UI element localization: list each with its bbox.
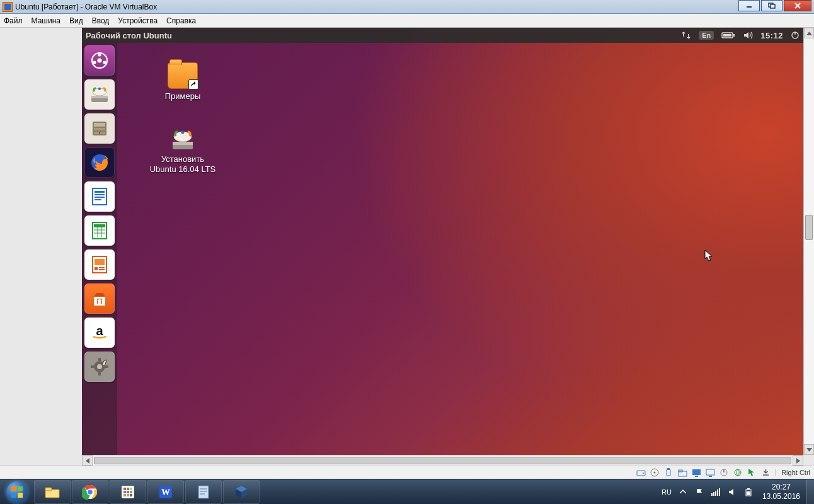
desktop-icon-examples[interactable]: Примеры [145, 62, 221, 101]
folder-icon [168, 62, 198, 89]
svg-rect-37 [95, 267, 98, 270]
launcher-impress[interactable] [84, 249, 115, 280]
menu-input[interactable]: Ввод [92, 16, 110, 25]
svg-point-53 [643, 472, 644, 474]
tray-power-icon[interactable] [743, 487, 754, 497]
vm-horizontal-scrollbar[interactable] [82, 455, 803, 466]
status-mouse-icon[interactable] [747, 467, 757, 478]
svg-rect-84 [198, 486, 209, 498]
svg-rect-90 [715, 491, 716, 496]
svg-rect-79 [123, 494, 126, 496]
start-button[interactable] [0, 479, 34, 505]
svg-rect-63 [709, 476, 712, 477]
svg-rect-44 [98, 358, 101, 361]
svg-rect-36 [95, 259, 105, 265]
status-keyboard-icon[interactable] [760, 467, 771, 478]
clock-indicator[interactable]: 15:12 [760, 31, 783, 40]
tray-sound-icon[interactable] [727, 487, 737, 497]
tray-date: 13.05.2016 [762, 492, 800, 501]
tray-network-icon[interactable] [711, 487, 721, 497]
host-key-label[interactable]: Right Ctrl [776, 469, 810, 476]
svg-point-66 [735, 469, 741, 476]
scrollbar-right-arrow[interactable] [793, 455, 803, 466]
taskbar-chrome[interactable] [72, 480, 108, 504]
menu-machine[interactable]: Машина [32, 16, 60, 25]
scrollbar-down-arrow[interactable] [804, 444, 814, 455]
svg-rect-95 [747, 491, 750, 495]
taskbar-app-grid[interactable] [110, 480, 146, 504]
launcher-files[interactable] [84, 113, 115, 144]
status-display-icon[interactable] [691, 467, 701, 478]
status-display2-icon[interactable] [705, 467, 715, 478]
desktop-icon-install-ubuntu[interactable]: Установить Ubuntu 16.04 LTS [145, 125, 221, 174]
battery-icon[interactable] [721, 32, 735, 39]
scrollbar-thumb[interactable] [805, 215, 813, 240]
status-vrde-icon[interactable] [719, 467, 729, 478]
svg-point-51 [181, 131, 185, 134]
status-hdd-icon[interactable] [636, 467, 646, 478]
svg-rect-46 [91, 365, 94, 368]
svg-rect-65 [723, 469, 725, 472]
status-cd-icon[interactable] [650, 467, 660, 478]
launcher-amazon[interactable]: a [84, 318, 115, 348]
status-network-icon[interactable] [733, 467, 743, 478]
session-icon[interactable] [791, 31, 800, 40]
taskbar-notepad[interactable] [185, 480, 222, 504]
taskbar-word[interactable]: W [147, 480, 184, 504]
tray-flag-icon[interactable] [694, 487, 704, 497]
virtualbox-icon [3, 2, 13, 12]
svg-rect-80 [127, 494, 129, 496]
unity-launcher: a [82, 43, 117, 455]
tray-time: 20:27 [762, 483, 800, 491]
launcher-calc[interactable] [84, 215, 115, 246]
launcher-settings[interactable] [84, 352, 115, 382]
menu-devices[interactable]: Устройства [118, 16, 158, 25]
menu-file[interactable]: Файл [4, 16, 23, 25]
vm-vertical-scrollbar[interactable] [803, 28, 814, 455]
svg-rect-76 [123, 491, 126, 493]
indicator-area: En 15:12 [681, 31, 800, 40]
svg-rect-57 [667, 468, 670, 470]
scrollbar-track[interactable] [93, 455, 793, 466]
status-usb-icon[interactable] [663, 467, 674, 478]
tray-lang[interactable]: RU [662, 488, 672, 496]
windows-logo-icon [6, 481, 28, 503]
svg-rect-39 [99, 269, 105, 270]
svg-rect-45 [98, 372, 101, 375]
launcher-dash[interactable] [84, 45, 115, 76]
taskbar-clock[interactable]: 20:27 13.05.2016 [756, 483, 806, 501]
scrollbar-left-arrow[interactable] [82, 455, 93, 466]
scrollbar-up-arrow[interactable] [804, 28, 814, 38]
launcher-installer-drive[interactable] [84, 79, 115, 110]
svg-text:W: W [161, 488, 170, 497]
status-shared-folder-icon[interactable] [677, 467, 687, 478]
close-button[interactable] [784, 0, 811, 11]
taskbar-virtualbox[interactable] [223, 480, 260, 504]
scrollbar-track[interactable] [804, 38, 814, 444]
keyboard-indicator[interactable]: En [699, 31, 714, 40]
svg-rect-6 [733, 34, 735, 37]
launcher-writer[interactable] [84, 181, 115, 212]
svg-rect-56 [667, 469, 670, 476]
svg-point-17 [98, 88, 101, 90]
maximize-button[interactable] [761, 0, 782, 11]
system-tray: RU [659, 487, 756, 497]
svg-point-22 [99, 132, 100, 134]
network-icon[interactable] [681, 31, 691, 40]
guest-display[interactable]: Рабочий стол Ubuntu En 15:12 [82, 28, 803, 455]
minimize-button[interactable] [738, 0, 760, 11]
svg-point-55 [654, 472, 656, 474]
svg-rect-73 [123, 488, 126, 490]
menu-view[interactable]: Вид [69, 16, 83, 25]
svg-rect-27 [95, 197, 105, 198]
taskbar-explorer[interactable] [34, 480, 71, 504]
sound-icon[interactable] [743, 31, 753, 40]
tray-show-hidden-icon[interactable] [678, 487, 688, 497]
svg-point-13 [97, 58, 101, 62]
show-desktop-button[interactable] [806, 479, 814, 505]
launcher-firefox[interactable] [84, 147, 115, 178]
ubuntu-top-panel: Рабочий стол Ubuntu En 15:12 [82, 28, 803, 43]
menu-help[interactable]: Справка [166, 16, 196, 25]
launcher-software[interactable] [84, 284, 115, 314]
scrollbar-thumb[interactable] [94, 457, 791, 464]
